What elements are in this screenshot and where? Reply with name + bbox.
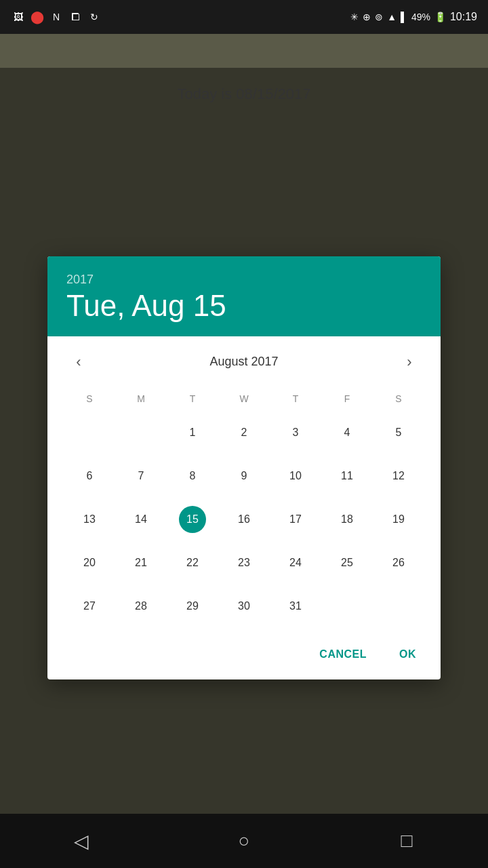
day-cell-18[interactable]: 18	[321, 499, 373, 540]
day-cell-28[interactable]: 28	[115, 586, 167, 627]
app-background: Today is 08/15/2017 2017 Tue, Aug 15 ‹ A…	[0, 34, 488, 834]
day-cell-30[interactable]: 30	[218, 586, 270, 627]
day-cell-6[interactable]: 6	[64, 456, 115, 496]
calendar-body: ‹ August 2017 › S M T W T F S	[47, 336, 441, 635]
month-title: August 2017	[209, 355, 278, 369]
day-cell-19[interactable]: 19	[373, 499, 424, 540]
week-row-2: 13141516171819	[64, 499, 424, 540]
day-header-sat: S	[373, 388, 424, 410]
back-button[interactable]: ◁	[61, 821, 102, 861]
empty-cell-0-0	[64, 412, 115, 453]
battery-text: 49%	[411, 12, 430, 22]
day-cell-27[interactable]: 27	[64, 586, 115, 627]
month-navigation: ‹ August 2017 ›	[64, 347, 424, 377]
day-cell-31[interactable]: 31	[270, 586, 321, 627]
header-year: 2017	[66, 273, 422, 287]
day-cell-26[interactable]: 26	[373, 542, 424, 583]
day-header-fri: F	[321, 388, 373, 410]
day-header-thu: T	[270, 388, 321, 410]
day-header-mon: M	[115, 388, 167, 410]
day-cell-14[interactable]: 14	[115, 499, 167, 540]
week-row-4: 2728293031	[64, 586, 424, 627]
day-cell-17[interactable]: 17	[270, 499, 321, 540]
empty-cell-4-6	[373, 586, 424, 627]
signal-icon: ▌	[401, 12, 407, 22]
empty-cell-4-5	[321, 586, 373, 627]
day-cell-3[interactable]: 3	[270, 412, 321, 453]
hotspot-icon: ⊚	[375, 12, 383, 22]
week-row-3: 20212223242526	[64, 542, 424, 583]
day-cell-12[interactable]: 12	[373, 456, 424, 496]
recents-button[interactable]: □	[386, 821, 427, 861]
day-cell-16[interactable]: 16	[218, 499, 270, 540]
status-icons-left: 🖼 ⬤ N ⧠ ↻	[11, 9, 102, 24]
dialog-overlay: 2017 Tue, Aug 15 ‹ August 2017 › S M	[0, 68, 488, 868]
dialog-header: 2017 Tue, Aug 15	[47, 256, 441, 336]
day-cell-25[interactable]: 25	[321, 542, 373, 583]
recents-icon: □	[401, 830, 413, 852]
day-cell-10[interactable]: 10	[270, 456, 321, 496]
vr-icon: ⧠	[68, 9, 83, 24]
calendar-weeks: 1234567891011121314151617181920212223242…	[64, 412, 424, 627]
battery-icon: 🔋	[434, 12, 446, 22]
day-cell-11[interactable]: 11	[321, 456, 373, 496]
day-cell-5[interactable]: 5	[373, 412, 424, 453]
week-row-1: 6789101112	[64, 456, 424, 496]
day-cell-8[interactable]: 8	[167, 456, 218, 496]
day-cell-9[interactable]: 9	[218, 456, 270, 496]
day-cell-13[interactable]: 13	[64, 499, 115, 540]
day-cell-15[interactable]: 15	[167, 499, 218, 540]
day-cell-21[interactable]: 21	[115, 542, 167, 583]
back-icon: ◁	[74, 830, 89, 852]
home-button[interactable]: ○	[224, 821, 264, 861]
cancel-button[interactable]: CANCEL	[306, 640, 380, 669]
day-cell-22[interactable]: 22	[167, 542, 218, 583]
day-cell-1[interactable]: 1	[167, 412, 218, 453]
bluetooth-icon: ✳	[350, 12, 359, 22]
header-date: Tue, Aug 15	[66, 290, 422, 322]
day-cell-29[interactable]: 29	[167, 586, 218, 627]
status-icons-right: ✳ ⊕ ⊚ ▲ ▌ 49% 🔋 10:19	[350, 11, 477, 23]
day-cell-20[interactable]: 20	[64, 542, 115, 583]
navigation-bar: ◁ ○ □	[0, 814, 488, 868]
status-time: 10:19	[450, 11, 477, 23]
headset-icon: ⊕	[363, 12, 371, 22]
wifi-icon: ▲	[387, 12, 396, 22]
ok-button[interactable]: OK	[386, 640, 430, 669]
calendar-grid: S M T W T F S 12345678910111213141516171…	[64, 388, 424, 627]
day-cell-2[interactable]: 2	[218, 412, 270, 453]
day-header-tue: T	[167, 388, 218, 410]
day-cell-4[interactable]: 4	[321, 412, 373, 453]
day-header-sun: S	[64, 388, 115, 410]
notification-icon: N	[49, 9, 64, 24]
dialog-actions: CANCEL OK	[47, 635, 441, 679]
sync-icon: ↻	[87, 9, 102, 24]
prev-month-button[interactable]: ‹	[64, 347, 94, 377]
next-month-button[interactable]: ›	[394, 347, 424, 377]
alert-icon: ⬤	[30, 9, 45, 24]
day-cell-7[interactable]: 7	[115, 456, 167, 496]
day-cell-23[interactable]: 23	[218, 542, 270, 583]
day-header-wed: W	[218, 388, 270, 410]
day-cell-24[interactable]: 24	[270, 542, 321, 583]
photo-icon: 🖼	[11, 9, 26, 24]
home-icon: ○	[239, 830, 250, 852]
status-bar: 🖼 ⬤ N ⧠ ↻ ✳ ⊕ ⊚ ▲ ▌ 49% 🔋 10:19	[0, 0, 488, 34]
week-row-0: 12345	[64, 412, 424, 453]
empty-cell-0-1	[115, 412, 167, 453]
day-headers-row: S M T W T F S	[64, 388, 424, 410]
date-picker-dialog: 2017 Tue, Aug 15 ‹ August 2017 › S M	[47, 256, 441, 679]
